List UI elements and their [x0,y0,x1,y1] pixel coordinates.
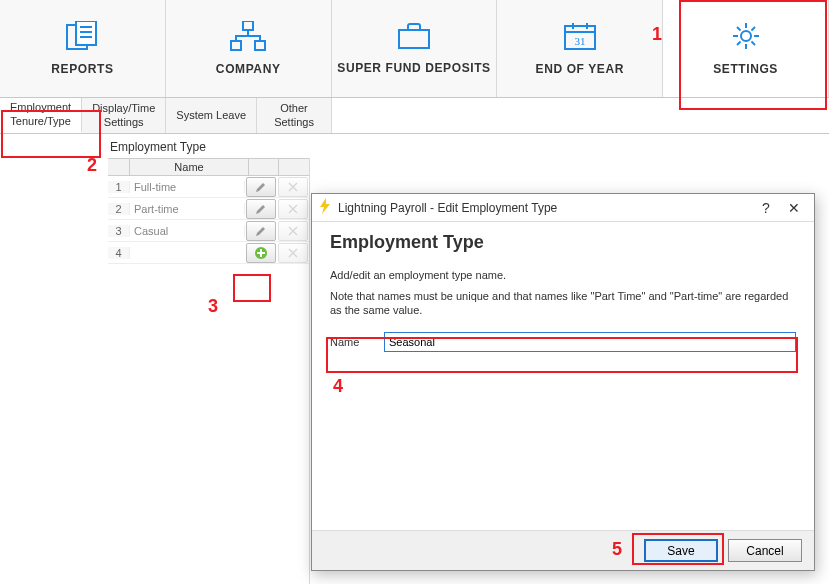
subtab-display-time[interactable]: Display/Time Settings [82,98,166,133]
gear-icon [729,21,763,54]
svg-rect-6 [231,41,241,50]
dialog-note: Note that names must be unique and that … [330,289,796,318]
page-title: Employment Type [0,134,829,158]
edit-button[interactable] [246,177,276,197]
lightning-icon [318,198,332,217]
grid-row: 4 [108,242,309,264]
reports-icon [65,21,99,54]
nav-company[interactable]: COMPANY [166,0,332,97]
subtab-tenure-type[interactable]: Employment Tenure/Type [0,98,82,133]
grid-row: 1 Full-time [108,176,309,198]
dialog-footer: Save Cancel [312,530,814,570]
dialog-title-text: Lightning Payroll - Edit Employment Type [338,201,752,215]
company-icon [229,21,267,54]
svg-line-22 [737,42,741,46]
name-field-row: Name [330,332,796,352]
employment-type-grid: Name 1 Full-time 2 Part-time [0,158,310,584]
svg-rect-8 [399,30,429,48]
delete-button [278,221,308,241]
nav-company-label: COMPANY [216,62,281,76]
edit-employment-type-dialog: Lightning Payroll - Edit Employment Type… [311,193,815,571]
top-nav: REPORTS COMPANY SUPER FUND DEPOSITS [0,0,829,98]
nav-superfund[interactable]: SUPER FUND DEPOSITS [332,0,498,97]
name-input[interactable] [384,332,796,352]
edit-button[interactable] [246,221,276,241]
nav-endofyear-label: END OF YEAR [536,62,624,76]
close-button[interactable]: ✕ [780,200,808,216]
name-field-label: Name [330,336,374,348]
nav-superfund-label: SUPER FUND DEPOSITS [337,61,490,75]
delete-button [278,177,308,197]
subtab-system-leave[interactable]: System Leave [166,98,257,133]
edit-button[interactable] [246,199,276,219]
svg-text:31: 31 [574,35,585,47]
svg-line-19 [737,27,741,31]
save-button[interactable]: Save [644,539,718,562]
nav-endofyear[interactable]: 31 END OF YEAR [497,0,663,97]
dialog-description: Add/edit an employment type name. [330,269,796,281]
delete-button [278,243,308,263]
grid-row: 2 Part-time [108,198,309,220]
nav-settings[interactable]: SETTINGS [663,0,829,97]
subtab-other-settings[interactable]: Other Settings [257,98,332,133]
cancel-button[interactable]: Cancel [728,539,802,562]
nav-settings-label: SETTINGS [713,62,778,76]
briefcase-icon [397,22,431,53]
nav-reports-label: REPORTS [51,62,113,76]
svg-line-21 [751,27,755,31]
grid-row: 3 Casual [108,220,309,242]
svg-rect-7 [255,41,265,50]
svg-rect-5 [243,21,253,30]
svg-line-20 [751,42,755,46]
grid-header-name: Name [130,159,249,175]
add-button[interactable] [246,243,276,263]
delete-button [278,199,308,219]
subtabs: Employment Tenure/Type Display/Time Sett… [0,98,829,134]
svg-point-14 [741,31,751,41]
calendar-icon: 31 [563,21,597,54]
dialog-heading: Employment Type [330,232,796,253]
dialog-titlebar: Lightning Payroll - Edit Employment Type… [312,194,814,222]
nav-reports[interactable]: REPORTS [0,0,166,97]
help-button[interactable]: ? [752,200,780,216]
